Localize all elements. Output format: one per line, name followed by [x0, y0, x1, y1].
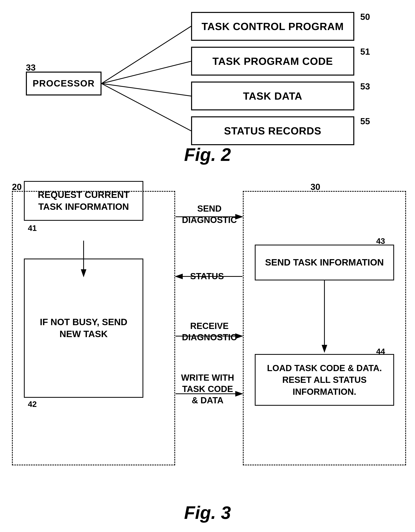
write-with-task-code-label: WRITE WITHTASK CODE& DATA [171, 372, 244, 406]
label-33: 33 [26, 63, 36, 73]
svg-line-2 [101, 84, 191, 96]
right-dashed-box [243, 191, 406, 465]
task-data-label: TASK DATA [243, 90, 302, 102]
box-41: REQUEST CURRENTTASK INFORMATION [24, 181, 143, 221]
box-42-label: SEND TASK INFORMATION [265, 256, 384, 268]
task-data-box: TASK DATA [191, 82, 354, 110]
label-30: 30 [310, 182, 320, 192]
label-43: 42 [28, 400, 37, 409]
box-43-label: IF NOT BUSY, SENDNEW TASK [40, 316, 127, 340]
processor-label: PROCESSOR [33, 78, 95, 89]
svg-line-3 [101, 84, 191, 131]
task-program-code-box: TASK PROGRAM CODE [191, 47, 354, 76]
fig3-caption: Fig. 3 [184, 503, 231, 523]
label-44: 44 [376, 347, 385, 356]
fig2-caption: Fig. 2 [184, 145, 231, 165]
processor-box: PROCESSOR [26, 72, 101, 95]
label-50: 50 [360, 12, 370, 22]
label-20: 20 [12, 182, 22, 192]
receive-diagnostic-label: RECEIVEDIAGNOSTIC [172, 320, 247, 343]
svg-line-1 [101, 61, 191, 84]
status-records-label: STATUS RECORDS [224, 125, 321, 137]
status-records-box: STATUS RECORDS [191, 116, 354, 145]
label-41: 41 [28, 224, 37, 233]
label-51: 51 [360, 47, 370, 57]
label-53: 53 [360, 82, 370, 92]
task-program-code-label: TASK PROGRAM CODE [212, 55, 333, 67]
send-diagnostic-label: SENDDIAGNOSTIC [176, 203, 243, 226]
label-55: 55 [360, 116, 370, 126]
box-44-label: LOAD TASK CODE & DATA.RESET ALL STATUSIN… [267, 362, 382, 398]
task-control-program-label: TASK CONTROL PROGRAM [202, 20, 344, 32]
fig2-diagram: PROCESSOR 33 TASK CONTROL PROGRAM 50 TAS… [0, 6, 415, 169]
box-44: LOAD TASK CODE & DATA.RESET ALL STATUSIN… [255, 354, 394, 406]
fig3-diagram: 20 30 REQUEST CURRENTTASK INFORMATION 41… [0, 171, 415, 529]
task-control-program-box: TASK CONTROL PROGRAM [191, 12, 354, 41]
label-42: 43 [376, 237, 385, 246]
box-41-label: REQUEST CURRENTTASK INFORMATION [38, 189, 129, 213]
box-42: SEND TASK INFORMATION [255, 245, 394, 280]
box-43: IF NOT BUSY, SENDNEW TASK [24, 258, 143, 398]
svg-line-0 [101, 26, 191, 84]
status-label: STATUS [181, 270, 233, 282]
